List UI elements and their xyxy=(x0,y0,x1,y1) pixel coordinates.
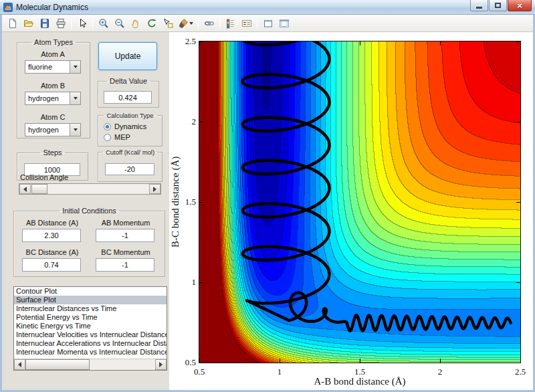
atom-b-label: Atom B xyxy=(17,82,88,90)
slider-left-arrow[interactable] xyxy=(19,184,31,194)
maximize-button[interactable] xyxy=(489,0,507,11)
contour-plot-canvas[interactable] xyxy=(199,41,520,363)
zoom-in-button[interactable] xyxy=(96,16,111,31)
chevron-down-icon xyxy=(74,128,78,131)
delta-value-field[interactable] xyxy=(104,91,152,104)
dropdown-button[interactable] xyxy=(70,92,80,104)
x-tick-label: 2.5 xyxy=(507,367,534,377)
steps-legend: Steps xyxy=(40,149,64,157)
calculation-type-legend: Calculation Type xyxy=(104,112,156,119)
dropdown-button[interactable] xyxy=(70,124,80,136)
update-button[interactable]: Update xyxy=(98,42,157,70)
cutoff-field[interactable] xyxy=(105,163,154,175)
toolbar-separator xyxy=(198,17,199,29)
titlebar[interactable]: Molecular Dynamics × xyxy=(0,0,535,15)
plot-type-option[interactable]: Kinetic Energy vs Time xyxy=(14,322,167,330)
toolbar-separator xyxy=(219,17,220,29)
dropdown-button[interactable] xyxy=(70,61,80,73)
zoom-out-button[interactable] xyxy=(112,16,127,31)
ab-distance-field[interactable] xyxy=(22,229,81,242)
collision-angle-label: Collision Angle xyxy=(20,173,80,181)
figure-content: Atom Types Atom A fluorine Atom B hydrog… xyxy=(2,32,533,390)
insert-legend-button[interactable] xyxy=(239,16,254,31)
ab-momentum-label: AB Momentum xyxy=(90,219,162,227)
pointer-icon xyxy=(77,18,88,29)
atom-b-value: hydrogen xyxy=(25,92,70,104)
atom-types-legend: Atom Types xyxy=(31,38,76,46)
bc-distance-field[interactable] xyxy=(22,258,81,272)
insert-colorbar-button[interactable] xyxy=(223,16,238,31)
data-cursor-icon xyxy=(163,18,173,29)
atom-a-dropdown[interactable]: fluorine xyxy=(25,60,81,74)
close-button[interactable]: × xyxy=(508,0,532,11)
pan-button[interactable] xyxy=(128,16,143,31)
app-window: Molecular Dynamics × xyxy=(0,0,535,392)
atom-c-value: hydrogen xyxy=(25,124,70,136)
brush-data-button[interactable] xyxy=(176,16,195,31)
y-tick-label: 2 xyxy=(169,116,196,127)
new-figure-button[interactable] xyxy=(5,16,20,31)
bc-momentum-field[interactable] xyxy=(96,258,154,272)
rotate-icon xyxy=(146,18,157,29)
arrow-left-icon xyxy=(18,362,21,367)
link-plot-button[interactable] xyxy=(201,16,217,31)
delta-value-panel: Delta Value xyxy=(98,77,159,108)
radio-dynamics[interactable]: Dynamics xyxy=(104,122,146,130)
window-title: Molecular Dynamics xyxy=(16,3,88,12)
slider-right-arrow[interactable] xyxy=(149,184,160,194)
y-axis-label: B-C bond distance (Å) xyxy=(170,135,183,269)
rotate-3d-button[interactable] xyxy=(144,16,159,31)
y-tick-label: 2.5 xyxy=(169,36,196,47)
slider-thumb[interactable] xyxy=(31,184,47,194)
plot-type-option-selected[interactable]: Surface Plot xyxy=(14,296,167,304)
save-figure-button[interactable] xyxy=(37,16,52,31)
show-plot-tools-button[interactable] xyxy=(276,16,292,31)
plot-type-option[interactable]: Potential Energy vs Time xyxy=(14,313,167,322)
save-icon xyxy=(39,18,50,29)
radio-selected-icon xyxy=(104,123,111,130)
radio-mep[interactable]: MEP xyxy=(104,133,130,141)
print-figure-button[interactable] xyxy=(53,16,68,31)
delta-value-legend: Delta Value xyxy=(107,77,150,85)
x-axis-label: A-B bond distance (Å) xyxy=(266,376,453,387)
minimize-icon xyxy=(476,7,482,9)
collision-angle-slider[interactable] xyxy=(19,183,161,195)
toolbar-separator xyxy=(71,17,72,29)
minimize-button[interactable] xyxy=(470,0,488,11)
bc-distance-label: BC Distance (A) xyxy=(15,248,89,256)
plot-type-option[interactable]: Internuclear Distances vs Time xyxy=(14,304,167,313)
atom-a-label: Atom A xyxy=(17,50,88,58)
plot-type-option[interactable]: Internuclear Momenta vs Internuclear Dis… xyxy=(14,348,167,357)
arrow-right-icon xyxy=(153,187,156,192)
maximize-icon xyxy=(495,3,501,8)
zoom-in-icon xyxy=(98,18,109,29)
window-icon xyxy=(3,3,13,12)
x-tick-label: 0.5 xyxy=(186,367,213,377)
edit-plot-button[interactable] xyxy=(74,16,90,31)
scrollbar-thumb[interactable] xyxy=(25,359,90,370)
scrollbar-left-arrow[interactable] xyxy=(14,359,25,370)
scrollbar-right-arrow[interactable] xyxy=(155,359,167,370)
link-icon xyxy=(204,18,215,29)
atom-c-label: Atom C xyxy=(17,113,88,121)
cutoff-legend: Cutoff (Kcal/ mol) xyxy=(103,149,157,156)
y-tick-label: 0.5 xyxy=(169,357,196,368)
atom-c-dropdown[interactable]: hydrogen xyxy=(25,123,81,136)
data-cursor-button[interactable] xyxy=(160,16,175,31)
cutoff-panel: Cutoff (Kcal/ mol) xyxy=(98,149,163,182)
plot-type-listbox[interactable]: Contour Plot Surface Plot Internuclear D… xyxy=(13,286,167,371)
open-file-button[interactable] xyxy=(21,16,36,31)
printer-icon xyxy=(56,18,66,29)
ab-distance-label: AB Distance (A) xyxy=(15,219,89,227)
ab-momentum-field[interactable] xyxy=(96,229,154,242)
hide-plot-tools-button[interactable] xyxy=(260,16,276,31)
plot-type-option[interactable]: Contour Plot xyxy=(14,287,167,296)
plot-type-option[interactable]: Internuclear Velocities vs Internuclear … xyxy=(14,330,167,339)
hand-icon xyxy=(130,18,141,29)
listbox-horizontal-scrollbar[interactable] xyxy=(14,359,167,370)
toolbar-separator xyxy=(92,17,93,29)
plot-type-option[interactable]: Internuclear Accelerations vs Internucle… xyxy=(14,339,167,348)
atom-b-dropdown[interactable]: hydrogen xyxy=(25,92,81,105)
radio-mep-label: MEP xyxy=(114,133,130,141)
calculation-type-panel: Calculation Type Dynamics MEP xyxy=(98,112,163,146)
